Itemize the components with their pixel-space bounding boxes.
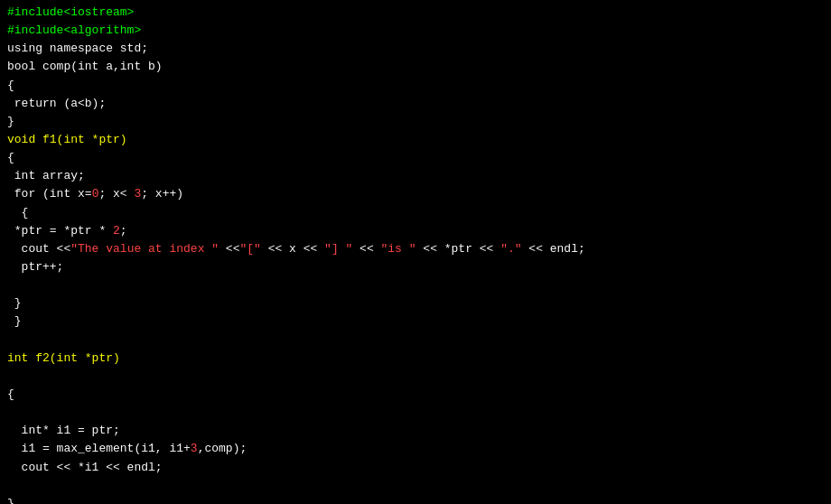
code-line: cout << *i1 << endl;: [7, 459, 824, 477]
code-line: }: [7, 313, 824, 331]
code-line: cout <<"The value at index " <<"[" << x …: [7, 240, 824, 258]
code-line: [7, 404, 824, 422]
code-line: int f2(int *ptr): [7, 350, 824, 368]
code-line: int array;: [7, 167, 824, 185]
code-line: }: [7, 294, 824, 313]
code-line: {: [7, 77, 824, 95]
code-line: {: [7, 149, 824, 167]
code-line: i1 = max_element(i1, i1+3,comp);: [7, 440, 824, 458]
code-line: }: [7, 495, 824, 504]
code-line: [7, 368, 824, 386]
code-line: return (a<b);: [7, 95, 824, 113]
code-line: {: [7, 386, 824, 404]
code-line: }: [7, 113, 824, 131]
code-line: using namespace std;: [7, 40, 824, 58]
code-editor: #include<iostream>#include<algorithm>usi…: [0, 0, 831, 504]
code-line: [7, 331, 824, 350]
code-line: #include<algorithm>: [7, 22, 824, 40]
code-line: [7, 276, 824, 294]
code-line: *ptr = *ptr * 2;: [7, 222, 824, 240]
code-line: #include<iostream>: [7, 4, 824, 22]
code-line: for (int x=0; x< 3; x++): [7, 185, 824, 203]
code-line: {: [7, 204, 824, 222]
code-line: void f1(int *ptr): [7, 131, 824, 149]
code-line: ptr++;: [7, 258, 824, 276]
code-line: [7, 477, 824, 495]
code-line: int* i1 = ptr;: [7, 422, 824, 440]
code-line: bool comp(int a,int b): [7, 58, 824, 76]
